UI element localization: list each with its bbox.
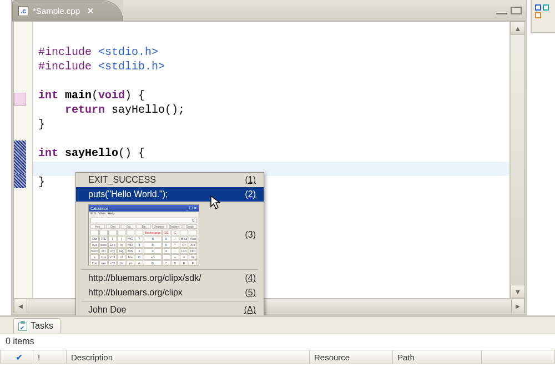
tasks-count: 0 items — [2, 335, 63, 349]
col-path[interactable]: Path — [393, 350, 482, 364]
tasks-tab[interactable]: ✔ Tasks — [13, 318, 60, 334]
scroll-up-button[interactable]: ▲ — [511, 22, 524, 35]
popup-item-label: puts("Hello World."); — [88, 189, 168, 199]
maximize-button[interactable] — [511, 7, 522, 14]
scroll-down-button[interactable]: ▼ — [511, 285, 524, 298]
code-text: } — [38, 118, 45, 130]
calc-menu: Edit — [90, 212, 96, 217]
popup-item-key: (1) — [245, 175, 256, 185]
popup-item-label: http://bluemars.org/clipx — [88, 288, 183, 298]
change-marker — [14, 93, 26, 106]
selection-marker — [14, 174, 26, 188]
calc-keys: BackspaceCEC StaF-E()MC789/ModAnd Avedms… — [90, 230, 197, 265]
c-file-icon: .c — [18, 6, 28, 16]
code-text: ( — [92, 89, 98, 102]
popup-separator — [82, 269, 258, 270]
popup-item-label: John Doe — [88, 305, 127, 315]
vertical-scrollbar[interactable]: ▲ ▼ — [510, 22, 524, 298]
scroll-right-button[interactable]: ► — [511, 299, 524, 313]
code-text: int — [38, 89, 65, 102]
tasks-header: ✔ ! Description Resource Path — [0, 350, 555, 364]
tab-title: *Sample.cpp — [33, 6, 80, 16]
calc-display: 0. — [90, 218, 197, 223]
code-text: sayHello(); — [112, 103, 185, 116]
popup-item-key: (A) — [244, 305, 256, 315]
calc-menu: Help — [108, 212, 114, 217]
popup-item[interactable]: http://bluemars.org/clipx/sdk/ (4) — [76, 271, 264, 285]
scroll-left-button[interactable]: ◄ — [14, 299, 27, 313]
popup-item-label: http://bluemars.org/clipx/sdk/ — [88, 273, 201, 283]
tasks-tab-label: Tasks — [31, 321, 53, 331]
popup-item-label: EXIT_SUCCESS — [88, 175, 156, 185]
col-priority[interactable]: ! — [33, 350, 67, 364]
popup-image-item[interactable]: Calculator_ ☐ ✕ Edit View Help 0. HexDec… — [76, 202, 264, 268]
editor-tab-sample[interactable]: .c *Sample.cpp ✕ — [12, 0, 123, 21]
outer-chrome-right — [531, 0, 555, 33]
minimize-button[interactable] — [496, 12, 507, 14]
popup-item-selected[interactable]: puts("Hello World."); (2) — [76, 187, 264, 202]
calc-title: Calculator — [90, 207, 108, 210]
code-text: int — [38, 147, 65, 159]
col-filler — [482, 350, 555, 364]
popup-item[interactable]: http://bluemars.org/clipx (5) — [76, 285, 264, 300]
col-description[interactable]: Description — [67, 350, 310, 364]
col-resource[interactable]: Resource — [310, 350, 393, 364]
col-complete[interactable]: ✔ — [0, 350, 33, 364]
code-text: return — [38, 103, 112, 116]
tasks-panel: ✔ Tasks 0 items ✔ ! Description Resource… — [0, 315, 555, 392]
calc-menu: View — [98, 212, 105, 217]
code-text: ) { — [125, 89, 145, 102]
popup-item-key: (2) — [245, 189, 256, 199]
popup-item[interactable]: EXIT_SUCCESS (1) — [76, 173, 264, 187]
popup-separator — [82, 301, 258, 301]
popup-item-key: (5) — [245, 288, 256, 298]
code-text: sayHello — [65, 147, 118, 159]
tasks-icon: ✔ — [18, 321, 27, 331]
code-text: <stdlib.h> — [98, 60, 165, 73]
tasks-body: 0 items ✔ ! Description Resource Path — [0, 334, 555, 392]
code-text: () { — [118, 147, 145, 159]
code-text: main — [65, 89, 92, 102]
code-text: #include — [38, 60, 98, 73]
code-text: } — [38, 175, 45, 188]
popup-item-key: (3) — [245, 230, 256, 240]
code-text: void — [98, 89, 125, 102]
code-text: <stdio.h> — [98, 46, 158, 58]
popup-item-key: (4) — [245, 273, 256, 283]
gutter — [14, 22, 33, 298]
editor-toolbar — [123, 0, 526, 21]
calculator-thumbnail: Calculator_ ☐ ✕ Edit View Help 0. HexDec… — [88, 204, 199, 265]
selection-marker — [14, 140, 26, 174]
close-icon[interactable]: ✕ — [85, 6, 95, 16]
code-text: #include — [38, 46, 98, 58]
